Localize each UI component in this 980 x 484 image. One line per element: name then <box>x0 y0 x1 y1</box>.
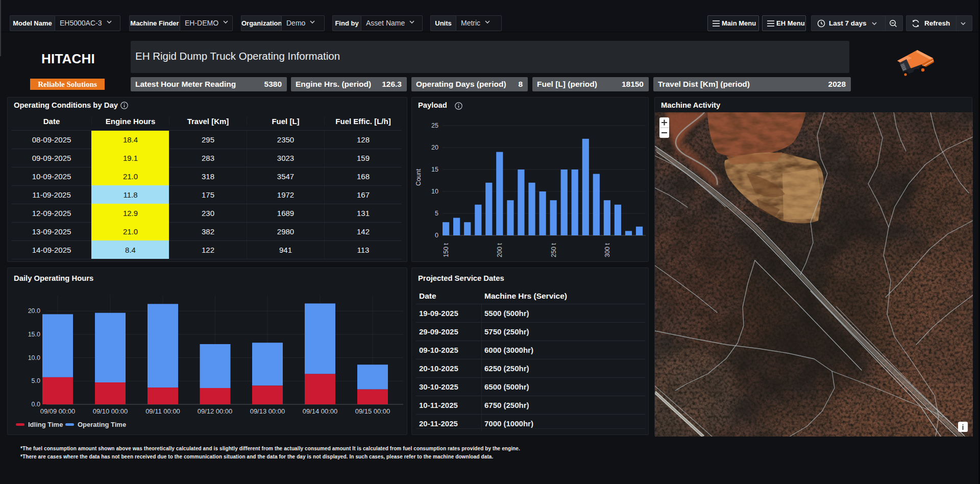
svg-text:150 t: 150 t <box>443 243 450 257</box>
svg-text:200 t: 200 t <box>496 243 503 257</box>
svg-text:5: 5 <box>435 210 438 217</box>
svg-text:0.0: 0.0 <box>32 401 40 408</box>
svg-text:25: 25 <box>431 122 438 129</box>
svg-text:250 t: 250 t <box>550 243 557 257</box>
svg-text:09/10 00:00: 09/10 00:00 <box>93 407 128 415</box>
svg-text:Count: Count <box>415 168 422 186</box>
svg-text:Idling Time: Idling Time <box>28 421 63 428</box>
svg-text:0: 0 <box>435 232 438 239</box>
svg-text:10: 10 <box>431 188 438 195</box>
svg-text:15: 15 <box>431 166 438 173</box>
svg-text:300 t: 300 t <box>604 243 611 257</box>
svg-text:20.0: 20.0 <box>28 307 40 314</box>
svg-text:09/11 00:00: 09/11 00:00 <box>145 407 180 415</box>
svg-text:09/14 00:00: 09/14 00:00 <box>303 407 338 415</box>
svg-text:15.0: 15.0 <box>28 331 40 338</box>
svg-text:10.0: 10.0 <box>28 354 40 361</box>
svg-text:09/13 00:00: 09/13 00:00 <box>250 407 285 415</box>
svg-text:20: 20 <box>431 144 438 151</box>
svg-text:09/09 00:00: 09/09 00:00 <box>40 407 76 415</box>
svg-text:5.0: 5.0 <box>32 377 40 384</box>
svg-text:i: i <box>962 423 964 431</box>
svg-text:Operating Time: Operating Time <box>78 421 126 428</box>
svg-text:09/15 00:00: 09/15 00:00 <box>355 407 390 415</box>
svg-text:09/12 00:00: 09/12 00:00 <box>198 407 233 415</box>
